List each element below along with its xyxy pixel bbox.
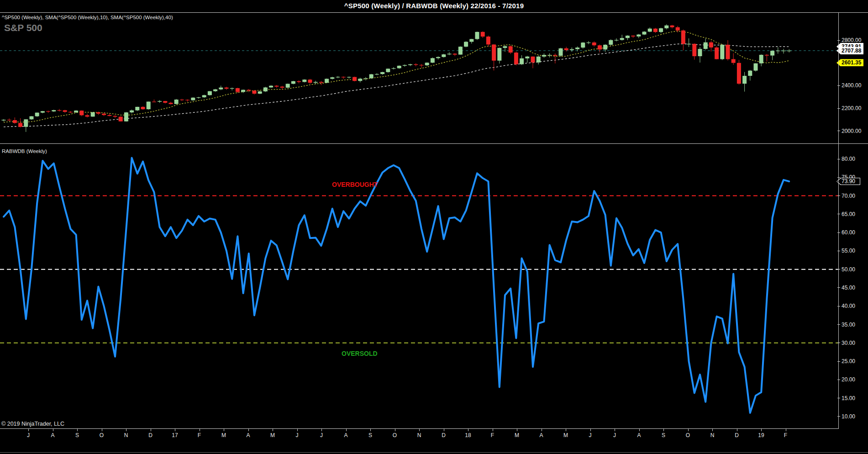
axis-tick-mark xyxy=(837,324,840,325)
candle-body xyxy=(592,42,596,45)
time-tick-mark xyxy=(663,428,664,431)
time-tick-label: D xyxy=(735,432,739,438)
indicator-value-box: 73.90 xyxy=(836,178,860,185)
candle-body xyxy=(420,65,424,65)
candle-body xyxy=(364,78,368,79)
axis-tick-mark xyxy=(837,361,840,362)
candle-body xyxy=(46,111,50,111)
time-tick-label: A xyxy=(637,432,641,438)
axis-tick-mark xyxy=(837,306,840,306)
candle-body xyxy=(297,81,301,82)
time-tick-mark xyxy=(786,428,786,431)
candle-body xyxy=(202,95,206,97)
time-tick-mark xyxy=(493,428,493,431)
candle-body xyxy=(342,77,346,77)
candle-body xyxy=(58,110,62,111)
overbought-label: OVERBOUGHT xyxy=(332,181,378,188)
candle-body xyxy=(414,64,418,65)
candle-body xyxy=(547,55,552,55)
price-chart-panel[interactable] xyxy=(0,13,838,144)
candle-body xyxy=(609,40,613,45)
time-tick-mark xyxy=(297,428,298,431)
candle-body xyxy=(291,81,295,84)
candle-body xyxy=(514,53,518,64)
candle-body xyxy=(386,69,390,72)
candle-body xyxy=(776,51,780,51)
axis-tick-label: 15.00 xyxy=(842,395,855,401)
axis-tick-label: 2200.00 xyxy=(842,105,861,111)
candle-body xyxy=(469,39,473,42)
candle-body xyxy=(236,88,240,92)
candle-body xyxy=(185,100,189,100)
candle-body xyxy=(141,107,145,109)
candle-body xyxy=(687,44,691,44)
candle-body xyxy=(241,90,245,92)
ninjatrader-chart-window: ^SP500 (Weekly) / RABWDB (Weekly) 22/201… xyxy=(0,0,868,454)
time-tick-label: J xyxy=(320,432,323,438)
candle-body xyxy=(787,51,791,51)
time-tick-mark xyxy=(444,428,444,431)
candle-body xyxy=(113,116,117,117)
candle-body xyxy=(74,111,78,112)
candle-body xyxy=(742,76,747,84)
candle-body xyxy=(79,111,84,115)
time-tick-label: 17 xyxy=(172,432,178,438)
time-tick-mark xyxy=(175,428,175,431)
axis-tick-mark xyxy=(837,85,840,86)
axis-tick-mark xyxy=(837,269,840,269)
time-tick-label: J xyxy=(296,432,299,438)
candle-body xyxy=(91,112,95,116)
candle-body xyxy=(464,42,468,47)
time-tick-mark xyxy=(566,428,566,431)
time-tick-mark xyxy=(761,428,762,431)
candle-body xyxy=(575,48,579,49)
candle-body xyxy=(225,88,229,89)
axis-tick-label: 65.00 xyxy=(842,211,855,217)
candle-body xyxy=(263,87,268,91)
axis-tick-mark xyxy=(837,343,840,343)
time-tick-mark xyxy=(737,428,737,431)
candle-body xyxy=(85,115,89,116)
axis-tick-mark xyxy=(837,416,840,417)
axis-tick-mark xyxy=(837,195,840,196)
time-tick-label: N xyxy=(124,432,128,438)
time-tick-label: S xyxy=(662,432,665,438)
axis-tick-label: 50.00 xyxy=(842,266,855,273)
candle-body xyxy=(492,44,496,60)
axis-tick-mark xyxy=(837,232,840,233)
time-tick-mark xyxy=(346,428,347,431)
copyright-text: © 2019 NinjaTrader, LLC xyxy=(1,421,64,427)
candle-body xyxy=(7,120,11,120)
candle-body xyxy=(637,35,641,37)
indicator-chart-panel[interactable] xyxy=(0,144,838,428)
candle-body xyxy=(107,115,111,116)
candle-body xyxy=(559,48,563,56)
candle-body xyxy=(208,91,212,95)
candle-body xyxy=(570,49,574,50)
candle-body xyxy=(258,91,262,94)
axis-tick-label: 55.00 xyxy=(842,248,855,254)
candle-body xyxy=(124,112,128,121)
time-tick-mark xyxy=(224,428,224,431)
sp500-watermark: S&P 500 xyxy=(4,22,42,33)
candle-body xyxy=(503,46,507,48)
time-tick-mark xyxy=(395,428,395,431)
time-tick-label: J xyxy=(27,432,30,438)
time-tick-mark xyxy=(53,428,53,431)
time-tick-mark xyxy=(321,428,322,431)
candle-body xyxy=(24,119,28,127)
candle-body xyxy=(648,29,652,32)
candle-body xyxy=(458,47,463,54)
candle-body xyxy=(274,86,279,87)
candle-body xyxy=(375,74,379,74)
candle-body xyxy=(475,32,479,39)
candle-body xyxy=(397,66,401,68)
time-tick-mark xyxy=(688,428,689,431)
axis-tick-label: 30.00 xyxy=(842,340,855,346)
time-tick-label: A xyxy=(539,432,543,438)
window-bottom-border xyxy=(0,452,868,453)
candle-body xyxy=(369,74,374,79)
axis-tick-label: 35.00 xyxy=(842,322,855,328)
axis-tick-label: 2800.00 xyxy=(842,37,861,43)
candle-body xyxy=(620,38,624,40)
